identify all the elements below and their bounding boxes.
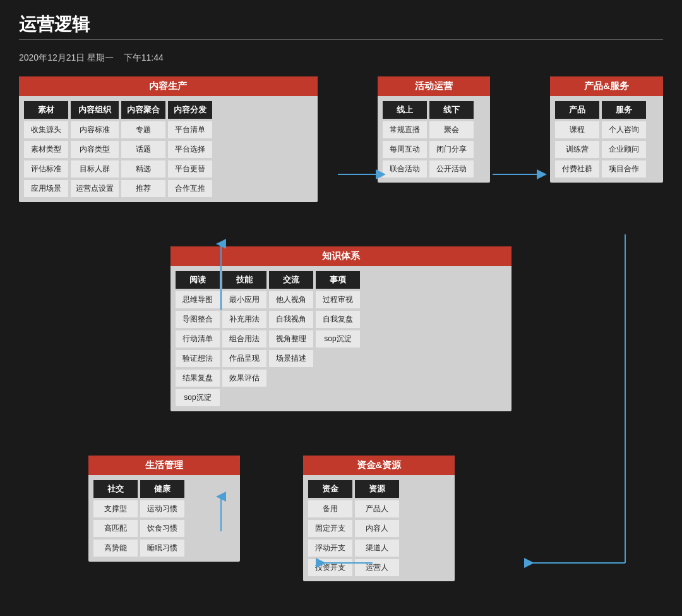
column-header: 内容聚合: [121, 101, 165, 119]
column-header: 资源: [355, 480, 399, 498]
column-cell: 自我视角: [269, 311, 313, 328]
column-cell: 平台选择: [168, 141, 212, 158]
column-cell: 备用: [308, 500, 352, 517]
column-cell: 推荐: [121, 180, 165, 197]
column-cell: 支撑型: [93, 500, 138, 517]
column-cell: 目标人群: [71, 160, 119, 178]
capital-resources-header: 资金&资源: [303, 456, 455, 475]
capital-resources-card: 资金&资源 资金备用固定开支浮动开支投资开支资源产品人内容人渠道人运营人: [303, 456, 455, 581]
card-column: 产品课程训练营付费社群: [555, 101, 599, 178]
column-cell: 浮动开支: [308, 540, 352, 557]
column-cell: 联合活动: [383, 160, 427, 178]
card-column: 线下聚会闭门分享公开活动: [429, 101, 474, 178]
card-column: 技能最小应用补充用法组合用法作品呈现效果评估: [222, 271, 266, 406]
column-cell: 公开活动: [429, 160, 474, 178]
column-cell: 话题: [121, 141, 165, 158]
column-cell: 项目合作: [602, 160, 646, 178]
column-cell: 效果评估: [222, 370, 266, 387]
column-header: 素材: [24, 101, 68, 119]
column-header: 阅读: [176, 271, 220, 289]
card-column: 线上常规直播每周互动联合活动: [383, 101, 427, 178]
column-header: 社交: [93, 480, 138, 498]
card-column: 内容聚合专题话题精选推荐: [121, 101, 165, 197]
column-cell: 平台更替: [168, 160, 212, 178]
column-cell: 精选: [121, 160, 165, 178]
column-header: 内容组织: [71, 101, 119, 119]
column-cell: 付费社群: [555, 160, 599, 178]
column-cell: 导图整合: [176, 311, 220, 328]
column-cell: 饮食习惯: [140, 520, 184, 537]
column-cell: 高匹配: [93, 520, 138, 537]
card-column: 资源产品人内容人渠道人运营人: [355, 480, 399, 576]
column-cell: sop沉淀: [176, 389, 220, 406]
column-cell: 课程: [555, 121, 599, 138]
page-title: 运营逻辑: [19, 13, 663, 37]
column-cell: 最小应用: [222, 291, 266, 308]
column-cell: 每周互动: [383, 141, 427, 158]
column-cell: 场景描述: [269, 350, 313, 367]
column-cell: 补充用法: [222, 311, 266, 328]
column-cell: 行动清单: [176, 330, 220, 347]
knowledge-system-card: 知识体系 阅读思维导图导图整合行动清单验证想法结果复盘sop沉淀技能最小应用补充…: [170, 246, 512, 411]
column-cell: 个人咨询: [602, 121, 646, 138]
column-cell: 渠道人: [355, 540, 399, 557]
card-column: 资金备用固定开支浮动开支投资开支: [308, 480, 352, 576]
page-subtitle: 2020年12月21日 星期一 下午11:44: [19, 52, 663, 64]
column-cell: 内容人: [355, 520, 399, 537]
column-header: 交流: [269, 271, 313, 289]
column-cell: 内容标准: [71, 121, 119, 138]
column-cell: 固定开支: [308, 520, 352, 537]
column-cell: 合作互推: [168, 180, 212, 197]
column-cell: 睡眠习惯: [140, 540, 184, 557]
products-services-header: 产品&服务: [550, 76, 663, 96]
column-cell: 运营人: [355, 559, 399, 576]
products-services-card: 产品&服务 产品课程训练营付费社群服务个人咨询企业顾问项目合作: [550, 76, 663, 183]
life-management-card: 生活管理 社交支撑型高匹配高势能健康运动习惯饮食习惯睡眠习惯: [88, 456, 240, 562]
column-cell: 过程审视: [316, 291, 360, 308]
column-cell: 运营点设置: [71, 180, 119, 197]
column-cell: 运动习惯: [140, 500, 184, 517]
column-cell: 内容类型: [71, 141, 119, 158]
card-column: 内容组织内容标准内容类型目标人群运营点设置: [71, 101, 119, 197]
column-cell: 评估标准: [24, 160, 68, 178]
column-cell: 产品人: [355, 500, 399, 517]
card-column: 事项过程审视自我复盘sop沉淀: [316, 271, 360, 406]
card-column: 社交支撑型高匹配高势能: [93, 480, 138, 557]
column-header: 线下: [429, 101, 474, 119]
column-cell: 闭门分享: [429, 141, 474, 158]
column-cell: 应用场景: [24, 180, 68, 197]
column-cell: 思维导图: [176, 291, 220, 308]
card-column: 阅读思维导图导图整合行动清单验证想法结果复盘sop沉淀: [176, 271, 220, 406]
activity-operations-header: 活动运营: [378, 76, 491, 96]
column-cell: 自我复盘: [316, 311, 360, 328]
column-header: 健康: [140, 480, 184, 498]
column-cell: 视角整理: [269, 330, 313, 347]
card-column: 内容分发平台清单平台选择平台更替合作互推: [168, 101, 212, 197]
column-header: 内容分发: [168, 101, 212, 119]
column-cell: 专题: [121, 121, 165, 138]
card-column: 服务个人咨询企业顾问项目合作: [602, 101, 646, 178]
activity-operations-card: 活动运营 线上常规直播每周互动联合活动线下聚会闭门分享公开活动: [378, 76, 491, 183]
column-header: 线上: [383, 101, 427, 119]
column-cell: 他人视角: [269, 291, 313, 308]
column-header: 资金: [308, 480, 352, 498]
column-cell: 训练营: [555, 141, 599, 158]
column-header: 服务: [602, 101, 646, 119]
card-column: 素材收集源头素材类型评估标准应用场景: [24, 101, 68, 197]
content-production-card: 内容生产 素材收集源头素材类型评估标准应用场景内容组织内容标准内容类型目标人群运…: [19, 76, 318, 202]
column-cell: 素材类型: [24, 141, 68, 158]
column-cell: 验证想法: [176, 350, 220, 367]
column-cell: 收集源头: [24, 121, 68, 138]
column-cell: 高势能: [93, 540, 138, 557]
column-header: 产品: [555, 101, 599, 119]
life-management-header: 生活管理: [88, 456, 240, 475]
card-column: 健康运动习惯饮食习惯睡眠习惯: [140, 480, 184, 557]
column-cell: 平台清单: [168, 121, 212, 138]
content-production-header: 内容生产: [19, 76, 318, 96]
column-header: 事项: [316, 271, 360, 289]
column-cell: 组合用法: [222, 330, 266, 347]
card-column: 交流他人视角自我视角视角整理场景描述: [269, 271, 313, 406]
knowledge-system-header: 知识体系: [170, 246, 512, 266]
column-cell: 聚会: [429, 121, 474, 138]
column-cell: 结果复盘: [176, 370, 220, 387]
